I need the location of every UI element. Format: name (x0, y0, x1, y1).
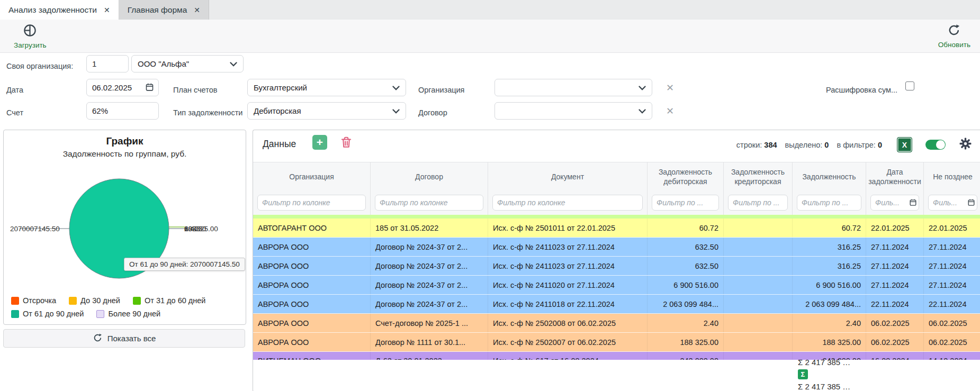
load-icon (23, 23, 37, 40)
tab-debt-analysis[interactable]: Анализ задолженности ✕ (0, 0, 119, 20)
legend-item[interactable]: От 31 до 60 дней (133, 296, 205, 305)
sigma-badge[interactable]: Σ (798, 369, 808, 379)
table-cell: Исх. с-ф № 2501011 от 22.01.2025 (488, 219, 648, 237)
gear-icon[interactable] (959, 137, 972, 152)
org-select[interactable] (495, 79, 652, 96)
tab-label: Главная форма (128, 5, 187, 15)
table-cell: Договор № 2024-37 от 2... (371, 295, 488, 313)
color-toggle[interactable] (925, 140, 946, 150)
table-row[interactable]: АВРОРА ОООДоговор № 2024-37 от 2...Исх. … (253, 276, 980, 295)
legend-swatch (96, 310, 104, 318)
contract-clear-icon[interactable]: ✕ (666, 106, 674, 116)
table-cell: Исх. с-ф № 2411020 от 27.11.2024 (488, 276, 648, 294)
date-input[interactable] (86, 79, 159, 96)
filter-input-debt-date[interactable] (870, 195, 919, 211)
own-org-label: Своя организация: (6, 62, 73, 70)
filter-input-due-date[interactable] (928, 195, 977, 211)
column-header-document[interactable]: Документ (488, 162, 648, 192)
column-header-due-date[interactable]: Не позднее (924, 162, 980, 192)
account-label: Счет (6, 108, 23, 117)
table-cell: 188 325.00 (648, 333, 724, 351)
legend-item[interactable]: Отсрочка (11, 296, 56, 305)
tab-main-form[interactable]: Главная форма ✕ (119, 0, 209, 20)
table-cell: 06.02.2025 (924, 333, 980, 351)
filter-input-document[interactable] (492, 195, 643, 211)
close-icon[interactable]: ✕ (194, 6, 200, 14)
chart-tooltip: От 61 до 90 дней: 2070007145.50 (124, 258, 245, 271)
table-filter-row (253, 191, 980, 215)
table-cell (724, 352, 793, 360)
decode-checkbox[interactable] (905, 81, 914, 90)
filter-input-debt-receivable[interactable] (652, 195, 719, 211)
own-org-value: ООО "Альфа" (138, 59, 189, 68)
table-cell: Исх. с-ф № 2502008 от 06.02.2025 (488, 314, 648, 332)
pie-label-left: 2070007145.50 (10, 225, 60, 233)
table-cell: 22.11.2024 (866, 295, 924, 313)
column-header-debt-date[interactable]: Дата задолженности (866, 162, 924, 192)
filter-input-debt[interactable] (797, 195, 861, 211)
table-cell (724, 295, 793, 313)
legend-item[interactable]: От 61 до 90 дней (11, 310, 84, 318)
column-header-organization[interactable]: Организация (253, 162, 371, 192)
account-input[interactable] (86, 102, 159, 120)
legend-swatch (11, 310, 19, 318)
table-row[interactable]: АВРОРА ОООДоговор № 2024-37 от 2...Исх. … (253, 295, 980, 314)
table-cell: АВРОРА ООО (253, 333, 371, 351)
close-icon[interactable]: ✕ (104, 6, 110, 14)
legend-swatch (133, 297, 141, 305)
filter-input-debt-payable[interactable] (728, 195, 788, 211)
data-panel-title: Данные (263, 139, 296, 150)
org-clear-icon[interactable]: ✕ (666, 83, 674, 93)
table-cell: 316.25 (793, 257, 866, 275)
load-label: Загрузить (14, 41, 47, 49)
table-cell: Исх. с-ф № 617 от 16.08.2024 (488, 352, 648, 360)
pie-right-labels: 60.72632.50188325.002.40 (184, 225, 221, 233)
table-cell: Договор № 2024-37 от 2... (371, 257, 488, 275)
delete-row-button[interactable] (339, 135, 353, 149)
column-header-debt-receivable[interactable]: Задолженность дебиторская (648, 162, 724, 192)
plan-select[interactable]: Бухгалтерский (247, 79, 406, 96)
filter-input-contract[interactable] (375, 195, 483, 211)
table-cell: Исх. с-ф № 2502007 от 06.02.2025 (488, 333, 648, 351)
table-row[interactable]: АВРОРА ОООСчет-договор № 2025-1 ...Исх. … (253, 314, 980, 333)
table-cell (724, 276, 793, 294)
legend-label: Отсрочка (23, 296, 56, 305)
load-button[interactable]: Загрузить (14, 23, 47, 49)
export-excel-button[interactable]: X (897, 137, 912, 152)
legend-item[interactable]: До 30 дней (69, 296, 120, 305)
table-cell: Исх. с-ф № 2411018 от 22.11.2024 (488, 295, 648, 313)
table-row[interactable]: АВРОРА ОООДоговор № 2024-37 от 2...Исх. … (253, 238, 980, 257)
column-header-contract[interactable]: Договор (371, 162, 488, 192)
table-cell: 188 325.00 (793, 333, 866, 351)
table-row[interactable]: АВРОРА ОООДоговор № 1111 от 30.1...Исх. … (253, 333, 980, 352)
table-cell (724, 238, 793, 256)
legend-item[interactable]: Более 90 дней (96, 310, 160, 318)
filter-input-organization[interactable] (257, 195, 366, 211)
table-cell: 27.11.2024 (924, 276, 980, 294)
partial-row[interactable] (253, 215, 980, 219)
date-field[interactable] (86, 79, 159, 96)
legend-label: До 30 дней (80, 296, 120, 305)
refresh-label: Обновить (938, 41, 970, 49)
column-header-debt-payable[interactable]: Задолженность кредиторская (724, 162, 793, 192)
legend-row: От 61 до 90 днейБолее 90 дней (11, 310, 160, 318)
own-org-code-input[interactable] (86, 55, 129, 72)
add-row-button[interactable]: + (312, 135, 327, 150)
table-row[interactable]: АВРОРА ОООДоговор № 2024-37 от 2...Исх. … (253, 257, 980, 276)
debt-type-label: Тип задолженности (173, 108, 242, 117)
debt-type-select[interactable]: Дебиторская (247, 102, 406, 120)
table-cell (724, 219, 793, 237)
contract-select[interactable] (495, 102, 652, 120)
table-row[interactable]: АВТОГАРАНТ ООО185 от 31.05.2022Исх. с-ф … (253, 219, 980, 238)
table-cell: 27.11.2024 (924, 257, 980, 275)
table-cell: 2.40 (648, 314, 724, 332)
show-all-button[interactable]: Показать все (3, 329, 245, 348)
refresh-icon (947, 23, 961, 39)
refresh-button[interactable]: Обновить (938, 23, 970, 49)
table-cell: 27.11.2024 (866, 238, 924, 256)
own-org-select[interactable]: ООО "Альфа" (131, 55, 244, 72)
table-cell (724, 314, 793, 332)
column-header-debt[interactable]: Задолженность (793, 162, 866, 192)
org-label: Организация (418, 86, 464, 94)
table-header: Организация Договор Документ Задолженнос… (253, 162, 980, 192)
